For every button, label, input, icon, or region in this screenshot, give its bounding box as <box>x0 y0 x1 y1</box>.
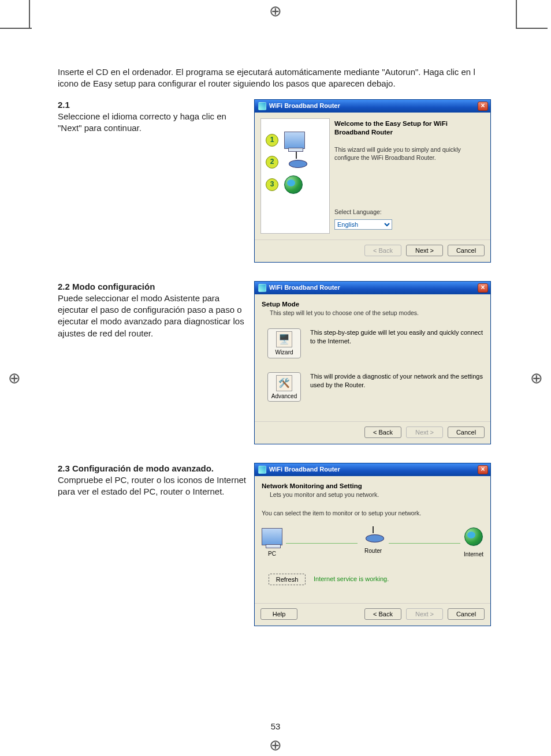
wizard-icon: 🖥️ <box>276 331 292 347</box>
back-button: < Back <box>364 245 401 256</box>
cancel-button[interactable]: Cancel <box>448 426 485 438</box>
pc-label: PC <box>262 550 282 558</box>
app-icon <box>258 102 266 110</box>
dialog-heading: Setup Mode <box>262 300 483 309</box>
section-2-2: 2.2 Modo configuración Puede seleccionar… <box>58 281 493 447</box>
advanced-mode-button[interactable]: 🛠️ Advanced <box>267 372 301 402</box>
close-button[interactable]: × <box>478 465 488 474</box>
registration-mark-icon: ⊕ <box>529 370 544 386</box>
select-language-label: Select Language: <box>334 208 483 216</box>
dialog-instruction: You can select the item to monitor or to… <box>262 509 483 517</box>
language-select[interactable]: English <box>334 219 392 230</box>
window-title: WiFi Broadband Router <box>269 102 478 110</box>
pc-icon <box>284 132 305 149</box>
dialog-subheading: Lets you monitor and setup you network. <box>270 491 483 499</box>
window-title: WiFi Broadband Router <box>269 283 478 292</box>
wizard-label: Wizard <box>275 349 293 355</box>
wizard-description: This step-by-step guide will let you eas… <box>310 328 483 346</box>
back-button[interactable]: < Back <box>364 608 401 620</box>
connection-line-icon <box>389 543 460 544</box>
app-icon <box>258 466 266 474</box>
intro-text: Inserte el CD en el ordenador. El progra… <box>58 66 493 90</box>
section-heading: 2.3 Configuración de modo avanzado. <box>58 463 214 473</box>
section-heading: 2.1 <box>58 100 70 110</box>
dialog-intro-text: This wizard will guide you to simply and… <box>334 145 483 162</box>
crop-mark <box>516 28 548 29</box>
registration-mark-icon: ⊕ <box>7 370 22 386</box>
section-2-1: 2.1 Seleccione el idioma correcto y haga… <box>58 99 493 265</box>
cancel-button[interactable]: Cancel <box>448 608 485 620</box>
page-number: 53 <box>271 721 281 731</box>
crop-mark <box>0 28 32 29</box>
refresh-button[interactable]: Refresh <box>269 574 306 585</box>
close-button[interactable]: × <box>478 102 488 111</box>
status-text: Internet service is working. <box>314 575 389 583</box>
dialog-subheading: This step will let you to choose one of … <box>270 309 483 317</box>
registration-mark-icon: ⊕ <box>268 3 283 18</box>
dialog-network-monitoring: WiFi Broadband Router × Network Monitori… <box>254 463 491 626</box>
cancel-button[interactable]: Cancel <box>448 245 485 256</box>
back-button[interactable]: < Back <box>364 426 401 438</box>
window-title: WiFi Broadband Router <box>269 465 478 474</box>
advanced-description: This will provide a diagnostic of your n… <box>310 372 483 390</box>
section-body: Compruebe el PC, router o los iconos de … <box>58 475 246 496</box>
advanced-label: Advanced <box>271 393 297 399</box>
section-heading: 2.2 Modo configuración <box>58 282 155 291</box>
registration-mark-icon: ⊕ <box>268 738 283 753</box>
dialog-heading: Welcome to the Easy Setup for WiFi Broad… <box>334 119 483 137</box>
globe-icon <box>284 175 303 194</box>
crop-mark <box>516 0 517 29</box>
close-button[interactable]: × <box>478 283 488 293</box>
router-icon[interactable] <box>361 531 385 542</box>
tools-icon: 🛠️ <box>276 375 292 391</box>
section-body: Puede seleccionar el modo Asistente para… <box>58 293 244 338</box>
dialog-welcome: WiFi Broadband Router × 1 2 3 Welcome to… <box>254 99 491 263</box>
globe-icon[interactable] <box>464 527 483 546</box>
step-badge: 1 <box>266 134 278 147</box>
section-body: Seleccione el idioma correcto y haga cli… <box>58 111 226 133</box>
step-badge: 3 <box>266 178 278 191</box>
crop-mark <box>29 0 30 29</box>
pc-icon[interactable] <box>262 528 282 545</box>
app-icon <box>258 284 266 292</box>
next-button[interactable]: Next > <box>406 245 443 256</box>
router-icon <box>284 156 308 168</box>
help-button[interactable]: Help <box>260 608 297 620</box>
wizard-mode-button[interactable]: 🖥️ Wizard <box>267 328 301 358</box>
step-badge: 2 <box>266 156 278 169</box>
dialog-setup-mode: WiFi Broadband Router × Setup Mode This … <box>254 281 491 444</box>
dialog-heading: Network Monitoring and Setting <box>262 482 483 491</box>
connection-line-icon <box>286 543 358 544</box>
next-button: Next > <box>406 426 443 438</box>
router-label: Router <box>361 547 385 555</box>
next-button: Next > <box>406 608 443 620</box>
section-2-3: 2.3 Configuración de modo avanzado. Comp… <box>58 463 493 628</box>
internet-label: Internet <box>464 551 483 559</box>
